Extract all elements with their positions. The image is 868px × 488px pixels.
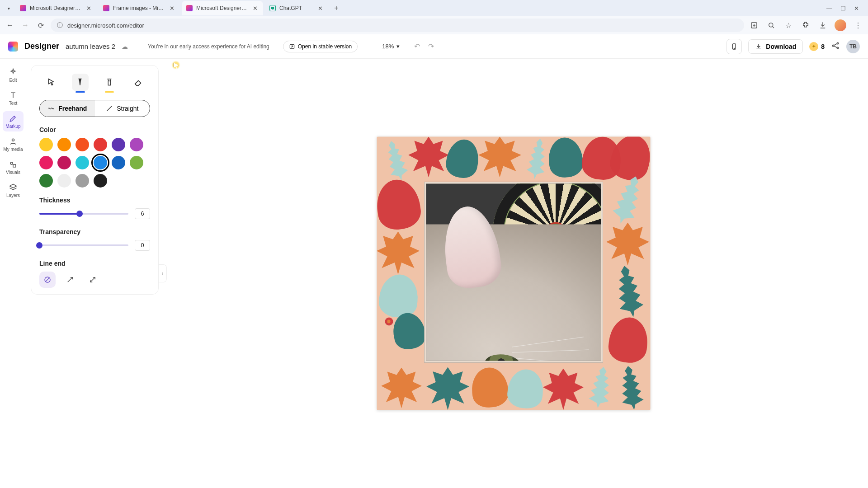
rail-item-visuals[interactable]: Visuals — [3, 157, 24, 178]
back-button[interactable]: ← — [5, 20, 15, 31]
line-end-double-arrow[interactable] — [85, 272, 101, 288]
leaf-icon — [377, 232, 420, 275]
markup-panel: Freehand Straight Color Thickness 6 Tran… — [31, 65, 159, 295]
line-end-arrow[interactable] — [62, 272, 78, 288]
rail-item-edit[interactable]: Edit — [3, 65, 24, 85]
thickness-value[interactable]: 6 — [135, 208, 150, 219]
credits-counter[interactable]: ✦ 8 — [809, 42, 825, 51]
color-swatch[interactable] — [94, 174, 107, 188]
slider-knob[interactable] — [36, 242, 42, 249]
color-swatch[interactable] — [94, 156, 107, 169]
side-panel-wrap: Freehand Straight Color Thickness 6 Tran… — [26, 59, 159, 488]
highlighter-icon — [104, 77, 114, 87]
panel-collapse-button[interactable]: ‹ — [159, 264, 167, 282]
credits-value: 8 — [821, 43, 825, 50]
leaf-icon — [506, 368, 545, 410]
color-swatch[interactable] — [130, 156, 143, 169]
close-icon[interactable]: ✕ — [169, 5, 175, 12]
zoom-dropdown[interactable]: 18% ▾ — [382, 43, 400, 50]
browser-tab-active[interactable]: Microsoft Designer - Stunning ✕ — [182, 1, 263, 15]
mobile-preview-button[interactable] — [726, 39, 742, 54]
rail-label: Layers — [6, 193, 20, 198]
color-swatch[interactable] — [57, 174, 71, 188]
zoom-icon[interactable] — [766, 20, 777, 31]
minimize-icon[interactable]: — — [826, 5, 832, 12]
designer-favicon-icon — [103, 5, 109, 11]
install-app-icon[interactable] — [749, 20, 760, 31]
browser-tab[interactable]: Microsoft Designer - Stunning ✕ — [15, 1, 97, 15]
color-swatch[interactable] — [75, 174, 89, 188]
share-button[interactable] — [831, 41, 840, 52]
color-swatch[interactable] — [130, 138, 143, 151]
left-rail: Edit Text Markup My media Visuals Layers — [0, 59, 26, 488]
kebab-menu-icon[interactable]: ⋮ — [853, 20, 863, 31]
color-swatch[interactable] — [39, 156, 53, 169]
svg-point-5 — [832, 45, 834, 46]
sparkle-icon — [9, 68, 18, 77]
svg-point-1 — [769, 23, 773, 27]
color-swatch[interactable] — [75, 138, 89, 151]
tool-select[interactable] — [43, 74, 59, 91]
profile-avatar[interactable] — [835, 19, 846, 31]
color-swatches — [39, 138, 150, 188]
rail-label: Edit — [9, 78, 17, 83]
color-swatch[interactable] — [39, 138, 53, 151]
leaf-icon — [478, 137, 521, 178]
line-icon — [106, 105, 113, 112]
rail-item-mymedia[interactable]: My media — [3, 134, 24, 155]
close-window-icon[interactable]: ✕ — [854, 5, 859, 12]
color-swatch[interactable] — [57, 156, 71, 169]
transparency-value[interactable]: 0 — [135, 240, 150, 251]
downloads-icon[interactable] — [817, 20, 828, 31]
reload-button[interactable]: ⟳ — [35, 20, 46, 31]
line-end-none[interactable] — [39, 272, 56, 288]
rail-item-layers[interactable]: Layers — [3, 180, 24, 201]
color-swatch[interactable] — [112, 138, 125, 151]
artwork-canvas[interactable] — [377, 137, 650, 410]
browser-tab[interactable]: ChatGPT ✕ — [265, 1, 328, 15]
site-info-icon[interactable]: ⓘ — [57, 21, 63, 29]
color-swatch[interactable] — [112, 156, 125, 169]
open-stable-button[interactable]: Open in stable version — [283, 41, 358, 52]
tool-highlighter[interactable] — [101, 74, 118, 91]
url-field[interactable]: ⓘ designer.microsoft.com/editor — [51, 19, 744, 32]
thickness-label: Thickness — [39, 197, 150, 204]
tool-marker[interactable] — [72, 74, 88, 91]
color-swatch[interactable] — [39, 174, 53, 188]
rail-item-text[interactable]: Text — [3, 88, 24, 108]
text-icon — [9, 91, 18, 100]
rail-label: Visuals — [6, 170, 20, 175]
canvas-area[interactable]: ‹ — [159, 59, 868, 488]
close-icon[interactable]: ✕ — [317, 5, 324, 12]
maximize-icon[interactable]: ☐ — [840, 5, 846, 12]
color-swatch[interactable] — [75, 156, 89, 169]
leaf-icon — [607, 315, 650, 364]
bookmark-icon[interactable]: ☆ — [783, 20, 794, 31]
thickness-slider[interactable] — [39, 213, 128, 215]
redo-button[interactable]: ↷ — [428, 42, 434, 51]
forward-button[interactable]: → — [20, 20, 31, 31]
new-tab-button[interactable]: + — [330, 2, 343, 14]
mode-freehand[interactable]: Freehand — [40, 100, 95, 117]
tool-eraser[interactable] — [130, 74, 146, 91]
close-icon[interactable]: ✕ — [85, 5, 92, 12]
browser-chrome: ▾ Microsoft Designer - Stunning ✕ Frame … — [0, 0, 868, 34]
close-icon[interactable]: ✕ — [252, 5, 259, 12]
slider-knob[interactable] — [76, 211, 83, 217]
extensions-icon[interactable] — [800, 20, 811, 31]
cloud-sync-icon[interactable]: ☁ — [122, 43, 128, 50]
shapes-icon — [9, 160, 18, 169]
user-avatar[interactable]: TB — [846, 40, 860, 53]
color-swatch[interactable] — [94, 138, 107, 151]
leaf-icon — [609, 363, 650, 410]
transparency-slider[interactable] — [39, 244, 128, 246]
undo-button[interactable]: ↶ — [414, 42, 420, 51]
tabs-dropdown[interactable]: ▾ — [4, 3, 14, 13]
browser-tab[interactable]: Frame images - Microsoft Des... ✕ — [99, 1, 180, 15]
rail-item-markup[interactable]: Markup — [3, 111, 24, 131]
download-button[interactable]: Download — [748, 39, 803, 54]
color-swatch[interactable] — [57, 138, 71, 151]
flower-icon — [385, 318, 393, 326]
mode-straight[interactable]: Straight — [95, 100, 150, 117]
project-name[interactable]: autumn leaves 2 — [66, 42, 115, 50]
